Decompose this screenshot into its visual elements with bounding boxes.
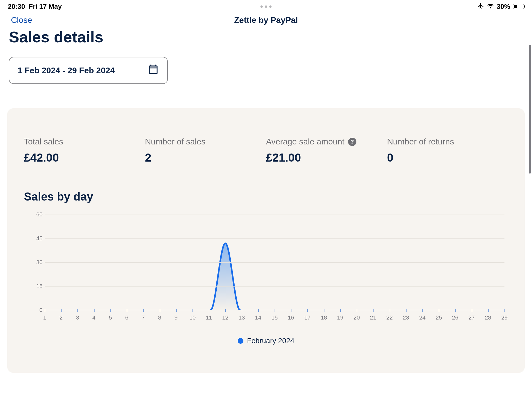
- y-tick-label: 60: [30, 211, 43, 218]
- x-tick-label: 11: [206, 314, 212, 321]
- metric-average-sale: Average sale amount ? £21.00: [266, 137, 387, 164]
- battery-icon: [513, 4, 524, 9]
- x-tick-label: 7: [142, 314, 145, 321]
- sales-by-day-chart: 0153045601234567891011121314151617181920…: [24, 215, 508, 321]
- x-tick-label: 27: [468, 314, 475, 321]
- y-tick-label: 15: [30, 283, 43, 290]
- chart-title: Sales by day: [24, 190, 508, 203]
- x-tick-label: 16: [288, 314, 294, 321]
- status-date: Fri 17 May: [29, 3, 62, 11]
- chart-legend: February 2024: [24, 337, 508, 345]
- metric-label: Number of sales: [145, 137, 266, 147]
- help-icon[interactable]: ?: [348, 138, 356, 146]
- metric-number-of-returns: Number of returns 0: [387, 137, 508, 164]
- metric-label: Average sale amount: [266, 137, 344, 147]
- calendar-icon: [148, 64, 159, 77]
- x-tick-label: 8: [158, 314, 161, 321]
- x-tick-label: 1: [43, 314, 46, 321]
- x-tick-label: 23: [403, 314, 409, 321]
- x-tick-label: 2: [59, 314, 63, 321]
- status-time: 20:30: [8, 3, 25, 11]
- legend-label: February 2024: [247, 337, 294, 345]
- date-range-picker[interactable]: 1 Feb 2024 - 29 Feb 2024: [9, 57, 168, 84]
- metric-label: Total sales: [24, 137, 145, 147]
- metric-value: 0: [387, 151, 508, 164]
- x-tick-label: 19: [337, 314, 343, 321]
- date-range-text: 1 Feb 2024 - 29 Feb 2024: [18, 66, 115, 75]
- x-tick-label: 15: [271, 314, 278, 321]
- x-tick-label: 21: [370, 314, 376, 321]
- x-tick-label: 17: [304, 314, 310, 321]
- x-tick-label: 29: [501, 314, 508, 321]
- y-tick-label: 0: [30, 307, 43, 314]
- page-title: Sales details: [9, 28, 532, 46]
- wifi-icon: [487, 3, 494, 11]
- x-tick-label: 3: [76, 314, 79, 321]
- y-tick-label: 30: [30, 259, 43, 266]
- x-tick-label: 26: [452, 314, 458, 321]
- legend-dot-icon: [238, 338, 243, 344]
- x-tick-label: 6: [125, 314, 128, 321]
- x-tick-label: 9: [175, 314, 178, 321]
- stats-card: Total sales £42.00 Number of sales 2 Ave…: [7, 108, 525, 373]
- metric-value: £21.00: [266, 151, 387, 164]
- metric-label: Number of returns: [387, 137, 508, 147]
- metric-total-sales: Total sales £42.00: [24, 137, 145, 164]
- x-tick-label: 4: [92, 314, 96, 321]
- x-tick-label: 24: [419, 314, 425, 321]
- x-tick-label: 5: [109, 314, 112, 321]
- x-tick-label: 22: [386, 314, 393, 321]
- x-tick-label: 14: [255, 314, 261, 321]
- status-bar: 20:30 Fri 17 May 30%: [0, 0, 532, 11]
- multitask-dots: [261, 5, 272, 8]
- x-tick-label: 20: [354, 314, 360, 321]
- battery-percent: 30%: [497, 3, 510, 11]
- nav-title: Zettle by PayPal: [234, 15, 298, 25]
- close-button[interactable]: Close: [11, 15, 32, 25]
- y-tick-label: 45: [30, 235, 43, 242]
- x-tick-label: 12: [222, 314, 228, 321]
- x-tick-label: 18: [321, 314, 327, 321]
- metric-value: £42.00: [24, 151, 145, 164]
- x-tick-label: 10: [189, 314, 196, 321]
- x-tick-label: 13: [238, 314, 245, 321]
- x-tick-label: 28: [485, 314, 491, 321]
- metric-number-of-sales: Number of sales 2: [145, 137, 266, 164]
- x-tick-label: 25: [436, 314, 442, 321]
- metric-value: 2: [145, 151, 266, 164]
- airplane-icon: [477, 2, 484, 11]
- scroll-indicator[interactable]: [529, 45, 531, 174]
